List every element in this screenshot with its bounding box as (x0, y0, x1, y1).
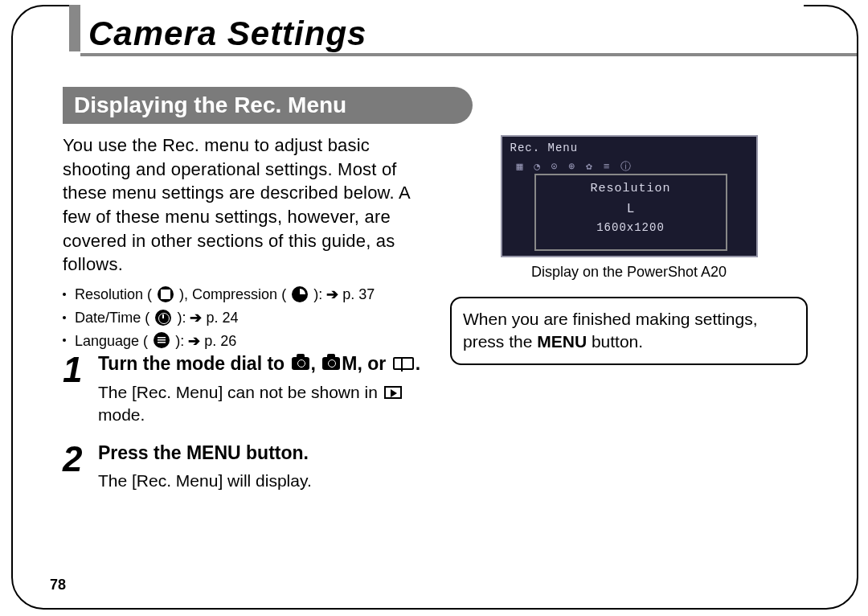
lcd-caption: Display on the PowerShot A20 (450, 264, 808, 281)
bullet-list: Resolution ( ), Compression ( ): ➔ p. 37… (63, 283, 420, 352)
text: mode. (98, 405, 145, 424)
page-ref: p. 24 (206, 310, 238, 326)
step-2-heading: Press the MENU button. (98, 441, 432, 466)
camera-manual-icon (322, 357, 340, 370)
stitch-assist-icon (393, 357, 414, 370)
clock-icon (155, 310, 171, 326)
text: Turn the mode dial to (98, 353, 290, 374)
text: , (311, 353, 321, 374)
lcd-screenshot: Rec. Menu ▦ ◔ ⊙ ⊕ ✿ ≡ ⓘ Resolution L 160… (501, 135, 758, 257)
playback-icon (384, 386, 402, 399)
bullet-datetime: Date/Time ( ): ➔ p. 24 (63, 306, 420, 330)
step-number: 1 (63, 352, 88, 427)
bullet-resolution: Resolution ( ), Compression ( ): ➔ p. 37 (63, 283, 420, 306)
bullet-dot-icon (63, 339, 66, 342)
lcd-size-letter: L (536, 202, 726, 216)
lcd-icon-row: ▦ ◔ ⊙ ⊕ ✿ ≡ ⓘ (517, 159, 634, 174)
page-ref: p. 37 (342, 286, 375, 302)
page-ref: p. 26 (204, 333, 236, 349)
lcd-selection-box: Resolution L 1600x1200 (534, 174, 727, 251)
page-title: Camera Settings (88, 14, 366, 53)
text: ): (313, 286, 326, 302)
step-number: 2 (63, 441, 88, 493)
text: Date/Time ( (75, 310, 149, 326)
text: . (416, 353, 420, 374)
arrow-icon: ➔ (188, 333, 200, 349)
resolution-icon (158, 286, 174, 302)
menu-bold: MENU (537, 332, 587, 351)
lcd-dimensions: 1600x1200 (536, 221, 726, 234)
note-box: When you are finished making settings, p… (450, 297, 808, 365)
step-1-desc: The [Rec. Menu] can not be shown in mode… (98, 381, 432, 427)
step-1: 1 Turn the mode dial to , M, or . The [R… (63, 352, 432, 427)
bullet-dot-icon (63, 316, 66, 319)
camera-auto-icon (292, 357, 309, 370)
text: ): (175, 333, 188, 349)
text: The [Rec. Menu] can not be shown in (98, 383, 383, 401)
bullet-language: Language ( ): ➔ p. 26 (63, 330, 420, 353)
step-2-desc: The [Rec. Menu] will display. (98, 470, 432, 492)
language-icon (154, 332, 170, 348)
text: Resolution ( (75, 286, 152, 302)
step-1-heading: Turn the mode dial to , M, or . (98, 352, 432, 376)
lcd-menu-title: Rec. Menu (510, 142, 579, 154)
arrow-icon: ➔ (190, 310, 202, 326)
bullet-dot-icon (63, 293, 66, 296)
lcd-resolution-label: Resolution (536, 182, 726, 195)
arrow-icon: ➔ (326, 286, 338, 302)
title-underline (80, 53, 857, 56)
text: ), Compression ( (179, 286, 286, 302)
intro-paragraph: You use the Rec. menu to adjust basic sh… (63, 133, 420, 277)
page-number: 78 (50, 577, 66, 593)
text: button. (587, 332, 643, 351)
text: ): (177, 310, 190, 326)
section-heading: Displaying the Rec. Menu (63, 87, 473, 124)
text: Language ( (75, 333, 148, 349)
text: M, or (342, 353, 391, 374)
step-2: 2 Press the MENU button. The [Rec. Menu]… (63, 441, 432, 493)
compression-icon (292, 286, 308, 302)
